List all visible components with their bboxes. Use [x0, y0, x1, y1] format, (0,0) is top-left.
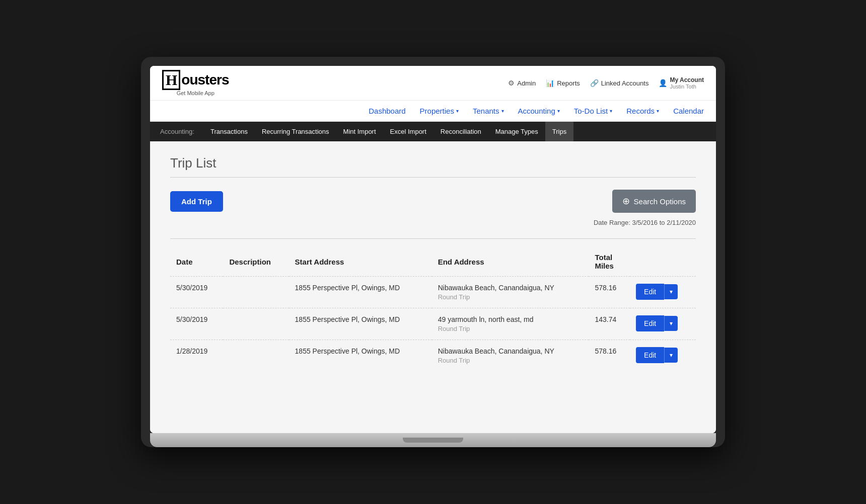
section-divider — [170, 238, 696, 239]
logo-subtitle[interactable]: Get Mobile App — [162, 90, 229, 96]
row-actions: Edit ▾ — [630, 277, 696, 308]
main-nav: Dashboard Properties ▾ Tenants ▾ Account… — [150, 101, 716, 122]
logo: H ousters — [162, 70, 229, 90]
row-start-address: 1855 Perspective Pl, Owings, MD — [289, 308, 432, 340]
plus-icon: ⊕ — [622, 196, 630, 207]
title-divider — [170, 177, 696, 178]
sub-nav-mint-import[interactable]: Mint Import — [336, 122, 383, 141]
trips-table: Date Description Start Address End Addre… — [170, 249, 696, 371]
row-total-miles: 143.74 — [589, 308, 630, 340]
logo-text: ousters — [181, 72, 229, 88]
edit-button[interactable]: Edit — [636, 315, 664, 331]
row-date: 5/30/2019 — [170, 277, 223, 308]
edit-button[interactable]: Edit — [636, 284, 664, 300]
nav-accounting[interactable]: Accounting ▾ — [518, 101, 560, 121]
chevron-down-icon: ▾ — [557, 108, 560, 114]
linked-accounts-link[interactable]: 🔗 Linked Accounts — [590, 79, 649, 87]
edit-group: Edit ▾ — [636, 284, 690, 300]
row-end-address: Nibawauka Beach, Canandaigua, NY Round T… — [432, 277, 589, 308]
date-range: Date Range: 3/5/2016 to 2/11/2020 — [170, 219, 696, 226]
col-start-address: Start Address — [289, 249, 432, 277]
edit-dropdown-button[interactable]: ▾ — [664, 316, 678, 331]
chevron-down-icon: ▾ — [610, 108, 612, 114]
edit-button[interactable]: Edit — [636, 347, 664, 363]
row-date: 1/28/2019 — [170, 340, 223, 372]
row-actions: Edit ▾ — [630, 340, 696, 372]
chevron-down-icon: ▾ — [456, 108, 459, 114]
row-start-address: 1855 Perspective Pl, Owings, MD — [289, 340, 432, 372]
row-end-address: Nibawauka Beach, Canandaigua, NY Round T… — [432, 340, 589, 372]
nav-calendar[interactable]: Calendar — [673, 101, 704, 121]
logo-icon: H — [162, 70, 180, 90]
col-description: Description — [223, 249, 288, 277]
search-options-button[interactable]: ⊕ Search Options — [612, 190, 696, 213]
row-description — [223, 340, 288, 372]
admin-link[interactable]: ⚙ Admin — [508, 79, 536, 87]
sub-nav-excel-import[interactable]: Excel Import — [383, 122, 434, 141]
edit-dropdown-button[interactable]: ▾ — [664, 348, 678, 363]
row-total-miles: 578.16 — [589, 277, 630, 308]
reports-link[interactable]: 📊 Reports — [546, 79, 580, 87]
sub-nav-manage-types[interactable]: Manage Types — [488, 122, 545, 141]
sub-nav: Accounting: Transactions Recurring Trans… — [150, 122, 716, 141]
page-title: Trip List — [170, 155, 696, 171]
top-bar: H ousters Get Mobile App ⚙ Admin 📊 Repor… — [150, 66, 716, 101]
row-actions: Edit ▾ — [630, 308, 696, 340]
nav-dashboard[interactable]: Dashboard — [369, 101, 405, 121]
col-end-address: End Address — [432, 249, 589, 277]
col-actions — [630, 249, 696, 277]
row-date: 5/30/2019 — [170, 308, 223, 340]
row-description — [223, 308, 288, 340]
user-icon: 👤 — [659, 79, 667, 87]
row-start-address: 1855 Perspective Pl, Owings, MD — [289, 277, 432, 308]
action-bar: Add Trip ⊕ Search Options — [170, 190, 696, 213]
nav-records[interactable]: Records ▾ — [626, 101, 659, 121]
row-description — [223, 277, 288, 308]
my-account-link[interactable]: 👤 My Account Justin Toth — [659, 76, 704, 90]
col-date: Date — [170, 249, 223, 277]
row-end-address: 49 yarmouth ln, north east, md Round Tri… — [432, 308, 589, 340]
chevron-down-icon: ▾ — [501, 108, 504, 114]
table-row: 1/28/2019 1855 Perspective Pl, Owings, M… — [170, 340, 696, 372]
row-total-miles: 578.16 — [589, 340, 630, 372]
nav-todo[interactable]: To-Do List ▾ — [574, 101, 613, 121]
col-total-miles: TotalMiles — [589, 249, 630, 277]
top-right-nav: ⚙ Admin 📊 Reports 🔗 Linked Accounts 👤 My… — [508, 76, 704, 90]
nav-properties[interactable]: Properties ▾ — [420, 101, 459, 121]
laptop-notch — [403, 438, 463, 443]
nav-tenants[interactable]: Tenants ▾ — [473, 101, 504, 121]
edit-group: Edit ▾ — [636, 315, 690, 331]
add-trip-button[interactable]: Add Trip — [170, 191, 223, 212]
chevron-down-icon: ▾ — [657, 108, 659, 114]
laptop-base — [150, 433, 716, 447]
edit-group: Edit ▾ — [636, 347, 690, 363]
sub-nav-transactions[interactable]: Transactions — [203, 122, 255, 141]
edit-dropdown-button[interactable]: ▾ — [664, 284, 678, 299]
link-icon: 🔗 — [590, 79, 599, 87]
sub-nav-label: Accounting: — [160, 122, 199, 141]
table-row: 5/30/2019 1855 Perspective Pl, Owings, M… — [170, 308, 696, 340]
sub-nav-reconciliation[interactable]: Reconciliation — [434, 122, 488, 141]
reports-icon: 📊 — [546, 79, 554, 87]
logo-area: H ousters Get Mobile App — [162, 70, 229, 96]
sub-nav-recurring[interactable]: Recurring Transactions — [255, 122, 336, 141]
gear-icon: ⚙ — [508, 79, 515, 87]
table-row: 5/30/2019 1855 Perspective Pl, Owings, M… — [170, 277, 696, 308]
content-area: Trip List Add Trip ⊕ Search Options Date… — [150, 141, 716, 433]
sub-nav-trips[interactable]: Trips — [545, 122, 573, 141]
